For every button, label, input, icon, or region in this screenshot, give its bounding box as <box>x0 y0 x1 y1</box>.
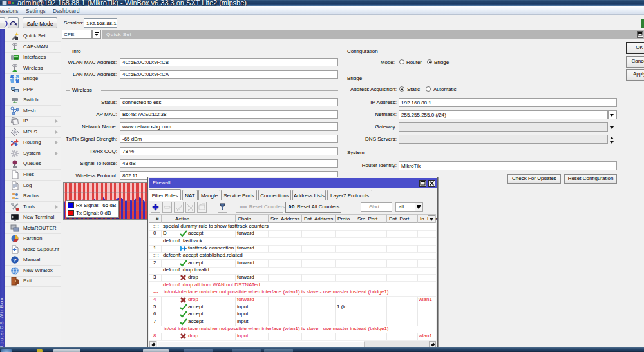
svg-text:?: ? <box>13 257 17 264</box>
